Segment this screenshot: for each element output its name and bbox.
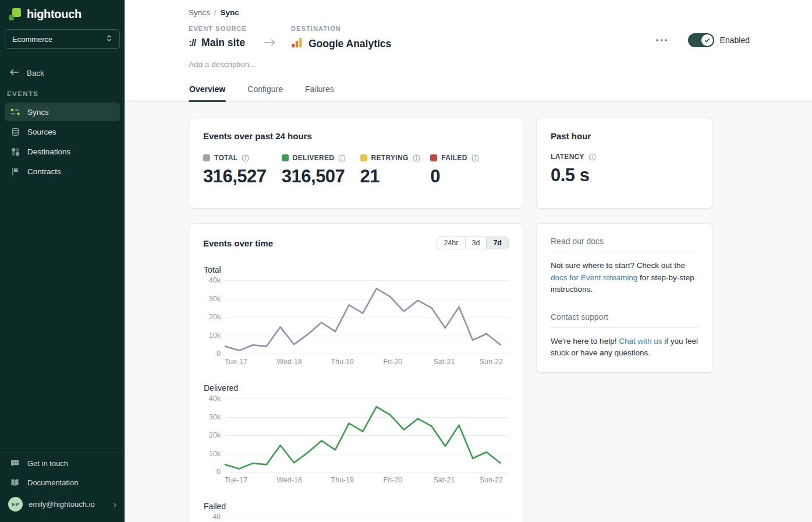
info-icon[interactable] xyxy=(588,153,596,161)
metric-label: FAILED xyxy=(441,154,467,162)
workspace-selector[interactable]: Ecommerce xyxy=(5,29,120,49)
x-axis-tick: Thu-19 xyxy=(331,476,354,484)
arrow-left-icon xyxy=(9,69,19,77)
y-axis-tick: 30k xyxy=(201,413,221,421)
sidebar-item-label: Syncs xyxy=(27,108,49,117)
sidebar-item-syncs[interactable]: Syncs xyxy=(5,103,120,121)
metric-label: TOTAL xyxy=(214,154,237,162)
tab-configure[interactable]: Configure xyxy=(247,79,283,101)
range-3d-button[interactable]: 3d xyxy=(465,237,487,249)
y-axis-tick: 30k xyxy=(201,295,221,303)
metric-failed: FAILED 0 xyxy=(430,154,509,187)
account-menu[interactable]: EP emily@hightouch.io › xyxy=(0,492,125,517)
content-area: Syncs/Sync EVENT SOURCE :// Main site DE… xyxy=(125,0,812,522)
breadcrumb-current: Sync xyxy=(221,8,239,17)
docs-section: Read our docs Not sure where to start? C… xyxy=(551,237,698,296)
sidebar-item-label: Contracts xyxy=(27,167,61,176)
events-24h-card: Events over past 24 hours TOTAL 316,527 … xyxy=(189,118,523,209)
back-label: Back xyxy=(27,69,44,77)
chart-title: Delivered xyxy=(204,383,509,393)
sync-header: Syncs/Sync EVENT SOURCE :// Main site DE… xyxy=(125,0,812,102)
range-24hr-button[interactable]: 24hr xyxy=(437,237,464,249)
docs-text: Not sure where to start? Check out the xyxy=(551,261,685,270)
tab-bar: Overview Configure Failures xyxy=(189,79,812,101)
x-axis-tick: Wed-18 xyxy=(276,476,302,484)
back-button[interactable]: Back xyxy=(0,63,125,83)
kebab-menu-icon xyxy=(656,39,667,41)
x-axis-tick: Tue-17 xyxy=(225,476,247,484)
event-source-name[interactable]: Main site xyxy=(201,37,245,49)
get-in-touch-button[interactable]: Get in touch xyxy=(0,454,125,473)
delivered-color-chip xyxy=(282,154,289,161)
gridline xyxy=(225,517,509,517)
breadcrumb-syncs-link[interactable]: Syncs xyxy=(189,8,210,17)
docs-heading: Read our docs xyxy=(551,237,698,246)
destination-name[interactable]: Google Analytics xyxy=(309,38,391,50)
y-axis-tick: 10k xyxy=(201,450,221,458)
chat-icon xyxy=(10,459,20,468)
sidebar-item-label: Sources xyxy=(27,128,56,136)
x-axis-tick: Sat-21 xyxy=(434,358,455,366)
grid-icon xyxy=(10,147,20,156)
sidebar-item-destinations[interactable]: Destinations xyxy=(5,142,120,161)
delivered-chart: Delivered 40k30k20k10k0 Tue-17Wed-18Thu-… xyxy=(203,383,509,486)
y-axis-tick: 20k xyxy=(201,313,221,321)
account-email: emily@hightouch.io xyxy=(29,500,95,509)
time-range-selector: 24hr 3d 7d xyxy=(437,237,509,249)
metric-value: 21 xyxy=(360,166,431,187)
info-icon[interactable] xyxy=(413,154,420,162)
metric-value: 0 xyxy=(430,166,509,187)
sidebar-item-contracts[interactable]: Contracts xyxy=(5,162,120,181)
sidebar-item-label: Destinations xyxy=(27,147,70,156)
hightouch-logo: hightouch xyxy=(0,0,125,27)
past-hour-title: Past hour xyxy=(551,131,698,141)
toggle-knob xyxy=(701,34,713,46)
info-icon[interactable] xyxy=(471,154,479,162)
y-axis-tick: 20k xyxy=(201,431,221,439)
sidebar: hightouch Ecommerce Back EVENTS Syncs So… xyxy=(0,0,125,522)
chat-with-us-link[interactable]: Chat with us xyxy=(619,337,662,345)
metric-retrying: RETRYING 21 xyxy=(360,154,431,187)
events-over-time-title: Events over time xyxy=(203,238,273,248)
hightouch-logo-text: hightouch xyxy=(27,8,81,21)
delivered-chart-xaxis: Tue-17Wed-18Thu-19Fri-20Sat-21Sun-22 xyxy=(225,476,509,486)
metric-value: 316,527 xyxy=(203,166,282,187)
metric-delivered: DELIVERED 316,507 xyxy=(282,154,360,187)
latency-label: LATENCY xyxy=(551,153,584,161)
y-axis-tick: 10k xyxy=(201,331,221,340)
help-card: Read our docs Not sure where to start? C… xyxy=(536,223,713,373)
support-section: Contact support We're here to help! Chat… xyxy=(551,312,698,359)
description-placeholder[interactable]: Add a description... xyxy=(189,60,812,76)
enabled-toggle[interactable] xyxy=(688,33,714,47)
tab-overview[interactable]: Overview xyxy=(189,79,226,101)
x-axis-tick: Fri-20 xyxy=(383,476,402,484)
x-axis-tick: Wed-18 xyxy=(276,358,302,366)
overview-panel: Events over past 24 hours TOTAL 316,527 … xyxy=(125,102,812,522)
book-icon xyxy=(10,478,20,487)
syncs-icon xyxy=(10,108,20,116)
hightouch-logo-icon xyxy=(8,8,22,21)
y-axis-tick: 40 xyxy=(201,513,221,521)
metric-label: RETRYING xyxy=(371,154,409,162)
info-icon[interactable] xyxy=(338,154,346,162)
info-icon[interactable] xyxy=(242,154,249,162)
destination-block: DESTINATION Google Analytics xyxy=(291,25,391,51)
tab-failures[interactable]: Failures xyxy=(304,79,335,101)
chevron-updown-icon xyxy=(106,34,112,44)
x-axis-tick: Sat-21 xyxy=(434,476,455,484)
y-axis-tick: 0 xyxy=(201,468,221,476)
divider xyxy=(551,252,698,252)
metric-label: DELIVERED xyxy=(293,154,334,162)
line-series xyxy=(225,398,509,472)
range-7d-button[interactable]: 7d xyxy=(486,237,508,249)
documentation-button[interactable]: Documentation xyxy=(0,473,125,492)
docs-link[interactable]: docs for Event streaming xyxy=(551,273,637,282)
arrow-right-icon xyxy=(264,38,276,48)
y-axis-tick: 0 xyxy=(201,350,221,358)
events-over-time-card: Events over time 24hr 3d 7d Total 40k30k… xyxy=(189,223,523,522)
gridline xyxy=(225,354,509,354)
sidebar-item-sources[interactable]: Sources xyxy=(5,122,120,141)
event-source-label: EVENT SOURCE xyxy=(189,25,247,32)
more-options-button[interactable] xyxy=(651,36,672,45)
failed-chart: Failed 40 xyxy=(203,502,509,522)
